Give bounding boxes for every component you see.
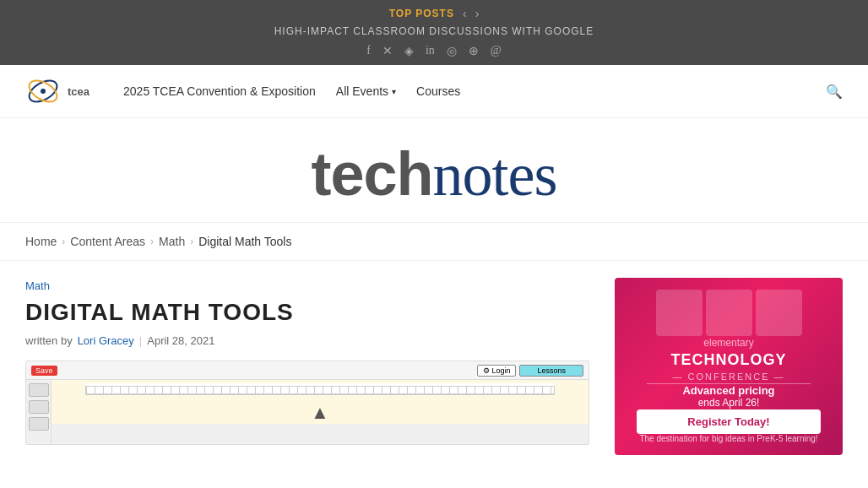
instagram-icon[interactable]: ◎ (447, 44, 457, 58)
main-nav: 2025 TCEA Convention & Exposition All Ev… (123, 84, 800, 98)
ad-pricing-area: Advanced pricing ends April 26! (682, 384, 774, 409)
search-button[interactable]: 🔍 (826, 84, 843, 100)
tool-1 (29, 383, 49, 397)
technotes-banner: technotes (0, 118, 868, 223)
main-content: Math DIGITAL MATH TOOLS written by Lori … (0, 261, 868, 472)
nav-all-events[interactable]: All Events ▾ (336, 84, 396, 98)
svg-point-2 (41, 89, 46, 94)
written-by-label: written by (25, 334, 73, 347)
img-login-btn: ⚙ Login (477, 365, 516, 377)
tcea-text: tcea (68, 85, 90, 98)
ad-ends-label: ends April 26! (682, 397, 774, 409)
tool-2 (29, 400, 49, 414)
twitter-x-icon[interactable]: ✕ (382, 44, 393, 58)
social-icons-row: f ✕ ◈ in ◎ ⊕ @ (0, 44, 868, 58)
article-title: DIGITAL MATH TOOLS (25, 299, 589, 326)
ad-img-3 (756, 290, 802, 336)
img-save-btn: Save (31, 366, 57, 376)
facebook-icon[interactable]: f (366, 44, 371, 58)
tool-3 (29, 417, 49, 431)
tech-text: tech (311, 140, 432, 208)
sidebar: elementary TECHNOLOGY — CONFERENCE — Adv… (615, 278, 843, 455)
top-posts-label: TOP POSTS (389, 8, 454, 19)
article-image: Save ⚙ Login Lessons ▲ (25, 361, 589, 445)
notes-text: notes (433, 141, 557, 209)
site-logo[interactable]: tcea (25, 73, 90, 109)
breadcrumb-sep-2: › (150, 236, 154, 247)
article-meta: written by Lori Gracey | April 28, 2021 (25, 334, 589, 347)
ad-register-button[interactable]: Register Today! (637, 409, 821, 434)
chevron-down-icon: ▾ (392, 87, 396, 96)
breadcrumb-math[interactable]: Math (159, 235, 185, 248)
nav-courses[interactable]: Courses (416, 84, 460, 98)
ad-img-2 (706, 290, 752, 336)
tcea-logo-svg (25, 73, 61, 109)
breadcrumb-home[interactable]: Home (25, 235, 57, 248)
img-left-tools (26, 380, 52, 444)
meta-separator: | (139, 334, 142, 347)
ad-advanced-pricing: Advanced pricing (682, 384, 774, 397)
article-area: Math DIGITAL MATH TOOLS written by Lori … (25, 278, 589, 455)
ad-img-1 (656, 290, 703, 336)
vimeo-icon[interactable]: ◈ (404, 44, 414, 58)
ad-technology-label: TECHNOLOGY (670, 350, 786, 370)
breadcrumb-content-areas[interactable]: Content Areas (70, 235, 145, 248)
login-icon: ⚙ (483, 366, 490, 375)
search-icon: 🔍 (826, 84, 843, 99)
ad-elementary-label: elementary (703, 337, 753, 349)
ad-title: elementary TECHNOLOGY — CONFERENCE — (670, 336, 786, 382)
top-bar-headline: HIGH-IMPACT CLASSROOM DISCUSSIONS WITH G… (0, 25, 868, 37)
img-shape: ▲ (52, 402, 589, 424)
breadcrumb-sep-3: › (190, 236, 193, 247)
top-bar: TOP POSTS ‹ › HIGH-IMPACT CLASSROOM DISC… (0, 0, 868, 65)
ad-images (656, 290, 802, 336)
article-category-tag[interactable]: Math (25, 279, 50, 292)
ad-bottom-text: The destination for big ideas in PreK-5 … (639, 434, 817, 443)
site-header: tcea 2025 TCEA Convention & Exposition A… (0, 65, 868, 118)
nav-convention[interactable]: 2025 TCEA Convention & Exposition (123, 84, 316, 98)
pinterest-icon[interactable]: ⊕ (469, 44, 479, 58)
breadcrumb-current: Digital Math Tools (198, 235, 291, 248)
ad-conference-label: — CONFERENCE — (670, 371, 786, 382)
img-ruler (85, 383, 555, 395)
img-lessons-btn: Lessons (519, 365, 583, 377)
technotes-title: technotes (0, 144, 868, 205)
article-date: April 28, 2021 (147, 334, 214, 347)
threads-icon[interactable]: @ (491, 44, 502, 58)
img-workspace: ▲ (52, 380, 589, 424)
sidebar-ad: elementary TECHNOLOGY — CONFERENCE — Adv… (615, 278, 843, 455)
linkedin-icon[interactable]: in (426, 44, 435, 58)
img-toolbar: Save ⚙ Login Lessons (26, 361, 589, 380)
breadcrumb: Home › Content Areas › Math › Digital Ma… (0, 223, 868, 261)
article-author[interactable]: Lori Gracey (78, 334, 134, 347)
breadcrumb-sep-1: › (62, 236, 65, 247)
prev-post-button[interactable]: ‹ (463, 7, 467, 20)
next-post-button[interactable]: › (475, 7, 480, 20)
